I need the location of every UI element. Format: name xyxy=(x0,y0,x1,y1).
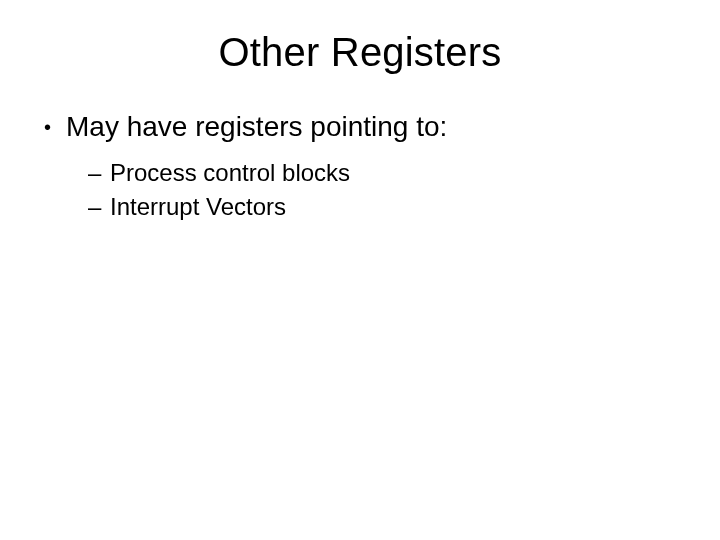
bullet-level-2: – Interrupt Vectors xyxy=(88,192,690,222)
dash-marker-icon: – xyxy=(88,192,110,222)
dash-marker-icon: – xyxy=(88,158,110,188)
bullet-level-2: – Process control blocks xyxy=(88,158,690,188)
bullet-text: May have registers pointing to: xyxy=(66,110,690,144)
bullet-marker-icon: • xyxy=(40,110,66,144)
bullet-text: Process control blocks xyxy=(110,158,690,188)
slide: Other Registers • May have registers poi… xyxy=(0,0,720,540)
bullet-text: Interrupt Vectors xyxy=(110,192,690,222)
sub-bullet-list: – Process control blocks – Interrupt Vec… xyxy=(40,158,690,222)
slide-content: • May have registers pointing to: – Proc… xyxy=(30,110,690,222)
slide-title: Other Registers xyxy=(30,30,690,75)
bullet-level-1: • May have registers pointing to: xyxy=(40,110,690,144)
